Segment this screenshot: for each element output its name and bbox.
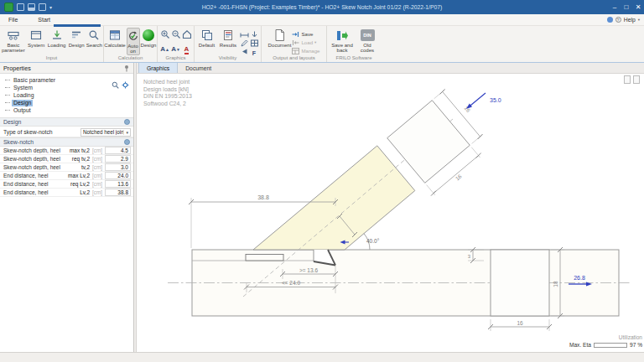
graphics-canvas[interactable]: Notched heel joint Design loads [kN] DIN… (137, 74, 644, 352)
skew-notch-section-gear-icon[interactable] (124, 139, 130, 145)
ribbon-group-calculation: Calculate Auto on Design Calculation (104, 26, 158, 62)
search-button[interactable]: Search (86, 28, 102, 48)
main-area: Graphics Document Notched heel joint Des… (137, 63, 644, 352)
old-codes-button[interactable]: DIN Old codes (356, 28, 379, 54)
calculate-button[interactable]: Calculate (105, 28, 126, 48)
properties-header: Properties (0, 63, 133, 74)
axial-load-label: 35.0 (490, 97, 501, 103)
settings-circle-icon[interactable] (607, 17, 613, 23)
joint-drawing: 38.8 >= 13.6 <= 24.0 40.0° (137, 74, 644, 352)
basic-parameter-button[interactable]: Basic parameter (1, 28, 26, 54)
value-field[interactable]: 24.0 (105, 172, 131, 179)
font-color-icon[interactable]: A (184, 39, 190, 54)
tab-graphics[interactable]: Graphics (138, 63, 178, 73)
value-field[interactable]: 3.0 (105, 163, 131, 171)
mini-page-icon[interactable] (633, 75, 640, 84)
key-plate (246, 255, 283, 261)
utilization-block: Utilization Max. Eta 97 % (567, 334, 642, 348)
prop-row-req-tv2: Skew-notch depth, heel req tv,2 [cm] 2.9 (0, 155, 133, 163)
system-icon (30, 28, 42, 42)
value-field[interactable]: 2.9 (105, 155, 131, 163)
default-windows-icon (201, 28, 213, 42)
design-section-header: Design (0, 117, 133, 127)
font-decrease-icon[interactable]: A▼ (171, 39, 180, 54)
note-joint-type: Notched heel joint (143, 79, 192, 86)
new-document-icon[interactable] (17, 3, 24, 11)
canvas-notes: Notched heel joint Design loads [kN] DIN… (143, 79, 192, 107)
utilization-bar (594, 343, 627, 348)
canvas-corner-icons (624, 75, 640, 84)
note-design-loads: Design loads [kN] (143, 86, 192, 94)
basic-parameter-icon (8, 28, 19, 42)
beam-section-outline (491, 250, 549, 316)
window-icon[interactable] (39, 3, 46, 11)
mini-page-icon[interactable] (624, 75, 631, 84)
ribbon-group-output: Document Save Load ▾ Manage Output and l… (262, 26, 327, 62)
value-field[interactable]: 38.8 (105, 189, 131, 196)
results-button[interactable]: Results (218, 28, 238, 48)
strut-outline (253, 146, 415, 250)
document-page-icon (273, 28, 286, 42)
design-bars-icon (70, 28, 82, 42)
output-load-button[interactable]: Load ▾ (292, 39, 319, 46)
auto-refresh-icon (127, 29, 139, 43)
value-field[interactable]: 13.6 (105, 180, 131, 188)
prop-row-tv2: Skew-notch depth, heel tv,2 [cm] 3.0 (0, 163, 133, 172)
ribbon: Basic parameter System Loading Design (0, 26, 644, 63)
ribbon-group-input: Basic parameter System Loading Design (0, 26, 104, 62)
default-view-button[interactable]: Default (196, 28, 217, 48)
note-code: DIN EN 1995:2013 (143, 93, 192, 101)
design-section-gear-icon[interactable] (124, 119, 130, 125)
tab-document[interactable]: Document (178, 63, 219, 73)
prop-row-max-lv2: End distance, heel max Lv,2 [cm] 24.0 (0, 172, 133, 180)
value-field[interactable]: 4.5 (105, 147, 131, 154)
help-caret-icon: ▾ (638, 18, 640, 22)
help-menu[interactable]: Help (624, 17, 636, 23)
maximize-button[interactable]: □ (621, 0, 632, 14)
utilization-title: Utilization (567, 334, 642, 341)
design-calc-button[interactable]: Design (141, 28, 157, 48)
tree-search-icon[interactable] (112, 77, 119, 92)
group-label-calculation: Calculation (104, 54, 157, 62)
prop-row-max-tv2: Skew-notch depth, heel max tv,2 [cm] 4.5 (0, 147, 133, 155)
design-input-button[interactable]: Design (68, 28, 86, 48)
dim-min-label: >= 13.6 (299, 267, 318, 273)
tree-item-design[interactable]: Design (5, 99, 133, 106)
design-status-ball-icon (143, 29, 154, 41)
save-icon[interactable] (28, 3, 35, 11)
note-material: Softwood C24, 2 (143, 101, 192, 108)
utilization-value: 97 % (630, 342, 642, 348)
window-title: HO2+ -001-FHSN (Project: Examples Timber… (0, 4, 644, 10)
quickbar-more-icon[interactable]: ▾ (49, 5, 52, 10)
type-of-skew-notch-row: Type of skew-notch Notched heel joint ▾ (0, 127, 133, 137)
group-label-input: Input (0, 54, 103, 62)
status-bar (0, 352, 644, 362)
loading-button[interactable]: Loading (47, 28, 67, 48)
auto-on-toggle[interactable]: Auto on (127, 28, 140, 55)
tree-gear-icon[interactable] (122, 77, 129, 92)
group-label-graphics: Graphics (158, 54, 194, 62)
application-window: ▾ HO2+ -001-FHSN (Project: Examples Timb… (0, 0, 644, 362)
output-save-button[interactable]: Save (292, 30, 319, 38)
load-caret-icon: ▾ (314, 40, 316, 44)
app-logo-icon (4, 3, 13, 12)
prop-row-req-lv2: End distance, heel req Lv,2 [cm] 13.6 (0, 180, 133, 189)
close-button[interactable]: ✕ (632, 0, 644, 14)
dim-max-label: <= 24.0 (282, 280, 300, 286)
menu-file[interactable]: File (0, 17, 26, 23)
save-and-back-icon (335, 28, 349, 42)
menu-start[interactable]: Start (26, 17, 62, 23)
system-button[interactable]: System (27, 28, 46, 48)
navigation-tree: Basic parameter System Loading Design Ou… (0, 74, 133, 114)
font-increase-icon[interactable]: A▲ (160, 39, 169, 54)
load-arrow-icon (292, 39, 299, 46)
output-manage-button[interactable]: Manage (292, 47, 319, 54)
tree-item-output[interactable]: Output (5, 106, 133, 114)
type-of-skew-notch-dropdown[interactable]: Notched heel joint ▾ (80, 128, 131, 137)
save-and-back-button[interactable]: Save and back (330, 28, 356, 54)
minimize-button[interactable]: – (609, 0, 621, 14)
question-icon[interactable]: ? (615, 17, 621, 23)
properties-title: Properties (3, 65, 31, 72)
tree-item-loading[interactable]: Loading (5, 91, 133, 99)
document-button[interactable]: Document (267, 28, 291, 48)
